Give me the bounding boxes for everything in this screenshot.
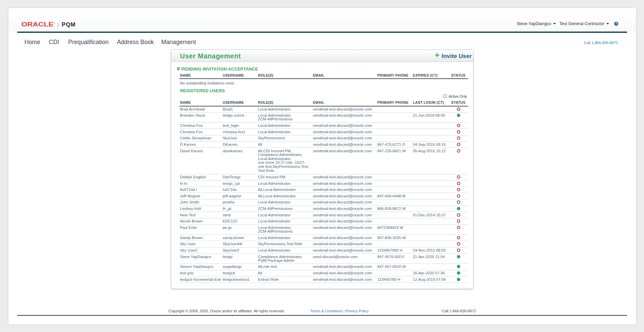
svg-text:ORACLE: ORACLE [21, 22, 54, 28]
